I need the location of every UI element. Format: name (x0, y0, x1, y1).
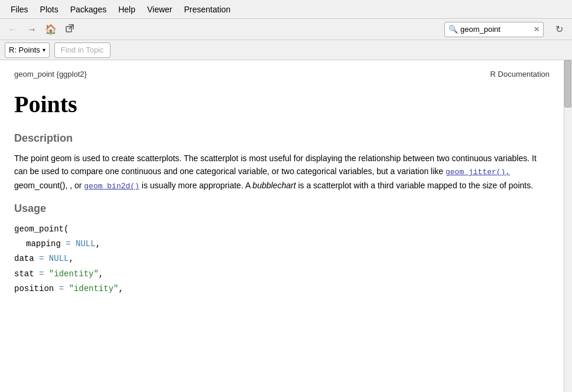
code-param-stat: stat (14, 269, 34, 279)
code-comma-1: , (96, 239, 100, 249)
code-null-1: NULL (76, 239, 96, 249)
code-eq-2: = (39, 254, 49, 263)
usage-heading: Usage (14, 202, 550, 215)
doc-header: geom_point {ggplot2} R Documentation (14, 70, 550, 79)
code-block: geom_point( mapping = NULL, data = NULL,… (14, 222, 550, 296)
menu-help[interactable]: Help (112, 2, 141, 17)
description-heading: Description (14, 132, 550, 145)
menu-presentation[interactable]: Presentation (178, 2, 237, 17)
scrollbar[interactable] (564, 60, 572, 392)
search-box: 🔍 ✕ (444, 22, 544, 37)
menu-bar: Files Plots Packages Help Viewer Present… (0, 0, 572, 19)
content-area: geom_point {ggplot2} R Documentation Poi… (0, 60, 564, 392)
search-clear-button[interactable]: ✕ (534, 25, 540, 34)
code-string-1: "identity" (49, 269, 99, 279)
code-line-3: stat = "identity", (14, 267, 550, 282)
code-line-1: mapping = NULL, (14, 237, 550, 251)
link-mid-text: geom_count(), (14, 181, 67, 190)
code-eq-1: = (66, 239, 76, 249)
menu-files[interactable]: Files (5, 2, 34, 17)
code-comma-4: , (118, 284, 123, 293)
code-fn-name: geom_point (14, 224, 64, 234)
external-link-icon (66, 24, 74, 35)
find-in-topic-placeholder: Find in Topic (61, 45, 104, 54)
dropdown-icon: ▾ (43, 47, 46, 53)
home-button[interactable]: 🏠 (43, 21, 59, 38)
code-param-position: position (14, 284, 54, 293)
code-line-0: geom_point( (14, 222, 550, 237)
doc-r-documentation-label: R Documentation (490, 70, 550, 79)
code-eq-3: = (39, 269, 49, 279)
back-icon: ← (8, 24, 18, 35)
content-wrapper: geom_point {ggplot2} R Documentation Poi… (0, 60, 572, 392)
usage-section: Usage geom_point( mapping = NULL, data =… (14, 202, 550, 296)
doc-title: Points (14, 90, 550, 118)
code-comma-3: , (99, 269, 103, 279)
topic-label: R: Points (9, 45, 40, 54)
back-button[interactable]: ← (5, 21, 21, 38)
search-input[interactable] (460, 25, 531, 34)
scrollbar-thumb[interactable] (564, 60, 571, 107)
find-in-topic-input[interactable]: Find in Topic (54, 43, 110, 58)
geom-bin2d-link-text[interactable]: geom_bin2d() (84, 182, 139, 191)
code-eq-4: = (59, 284, 69, 293)
doc-package: geom_point {ggplot2} (14, 70, 87, 79)
or-text-2: , or (70, 181, 82, 190)
refresh-icon: ↻ (555, 24, 563, 35)
forward-icon: → (27, 24, 37, 35)
code-null-2: NULL (49, 254, 69, 263)
end-text-before-italic: is usually more appropriate. A bubblecha… (142, 181, 533, 190)
code-line-4: position = "identity", (14, 282, 550, 296)
italic-word: bubblechart (252, 181, 295, 190)
topic-selector[interactable]: R: Points ▾ (5, 43, 50, 58)
code-paren-open: ( (64, 224, 69, 234)
description-paragraph: The point geom is used to create scatter… (14, 152, 550, 193)
code-line-2: data = NULL, (14, 251, 550, 266)
menu-viewer[interactable]: Viewer (141, 2, 178, 17)
code-param-data: data (14, 254, 34, 263)
code-string-2: "identity" (69, 284, 118, 293)
toolbar: ← → 🏠 🔍 ✕ ↻ (0, 19, 572, 40)
menu-packages[interactable]: Packages (64, 2, 112, 17)
home-icon: 🏠 (45, 24, 57, 35)
external-button[interactable] (61, 21, 78, 38)
code-param-mapping: mapping (26, 239, 61, 249)
topic-bar: R: Points ▾ Find in Topic (0, 40, 572, 60)
menu-plots[interactable]: Plots (34, 2, 64, 17)
refresh-button[interactable]: ↻ (551, 21, 567, 38)
code-comma-2: , (69, 254, 73, 263)
geom-jitter-link[interactable]: geom_jitter(), (446, 168, 510, 177)
search-icon: 🔍 (448, 25, 458, 34)
forward-button[interactable]: → (24, 21, 40, 38)
